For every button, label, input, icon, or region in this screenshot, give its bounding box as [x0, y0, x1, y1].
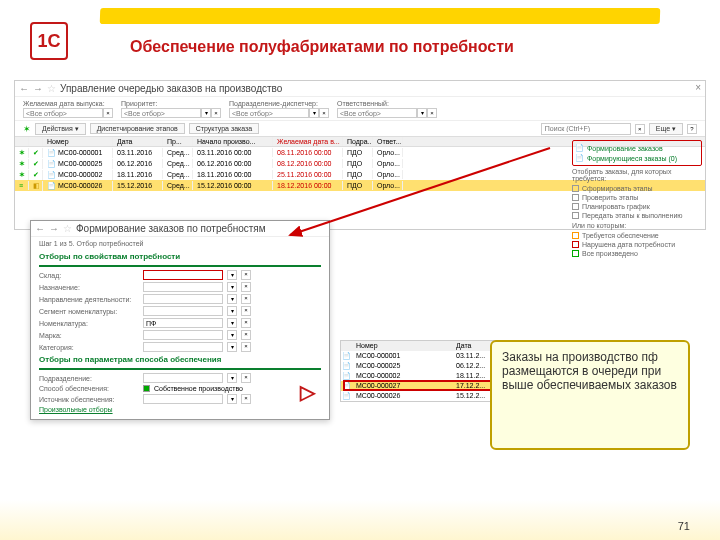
filter-label: Ответственный:: [337, 100, 437, 107]
col-resp[interactable]: Ответ...: [373, 137, 403, 146]
structure-button[interactable]: Структура заказа: [189, 123, 259, 134]
col-number[interactable]: Номер: [43, 137, 113, 146]
checkbox-icon[interactable]: [572, 194, 579, 201]
doc-icon: ✔: [33, 171, 39, 178]
field-input[interactable]: [143, 294, 223, 304]
filter-label: Подразделение-диспетчер:: [229, 100, 329, 107]
side-forming-orders[interactable]: 📄Формирующиеся заказы (0): [575, 153, 699, 163]
filter-dept-input[interactable]: [229, 108, 309, 118]
toolbar-icon[interactable]: ✶: [23, 124, 31, 134]
filter-date-input[interactable]: [23, 108, 103, 118]
dialog-step: Шаг 1 из 5. Отбор потребностей: [31, 237, 329, 250]
clear-btn[interactable]: ×: [241, 330, 251, 340]
logo: 1С: [30, 22, 80, 66]
side-header: Или по которым:: [572, 222, 702, 229]
dd-btn[interactable]: ▾: [227, 330, 237, 340]
field-input[interactable]: [143, 342, 223, 352]
help-button[interactable]: ?: [687, 124, 697, 134]
checkbox-icon[interactable]: [572, 241, 579, 248]
dd-btn[interactable]: ▾: [227, 394, 237, 404]
side-form-orders[interactable]: 📄Формирование заказов: [575, 143, 699, 153]
nav-fwd-icon[interactable]: →: [49, 223, 59, 234]
doc-icon: 📄: [47, 182, 56, 189]
close-icon[interactable]: ×: [695, 82, 701, 93]
checkbox-icon[interactable]: [572, 212, 579, 219]
footer: [0, 500, 720, 540]
col-priority[interactable]: Пр...: [163, 137, 193, 146]
filter-priority-input[interactable]: [121, 108, 201, 118]
col-start[interactable]: Начало произво...: [193, 137, 273, 146]
dd-btn[interactable]: ▾: [227, 294, 237, 304]
col-want[interactable]: Желаемая дата в...: [273, 137, 343, 146]
dd-btn[interactable]: ▾: [227, 373, 237, 383]
field-label: Марка:: [39, 332, 139, 339]
dialog-section: Отборы по параметрам способа обеспечения: [31, 353, 329, 366]
side-checkbox-item[interactable]: Передать этапы к выполнению: [572, 211, 702, 220]
field-label: Сегмент номенклатуры:: [39, 308, 139, 315]
clear-btn[interactable]: ×: [241, 342, 251, 352]
checkbox-icon[interactable]: [572, 185, 579, 192]
field-input[interactable]: [143, 270, 223, 280]
dd-btn[interactable]: ▾: [227, 342, 237, 352]
clear-btn[interactable]: ×: [241, 394, 251, 404]
side-checkbox-item[interactable]: Планировать график: [572, 202, 702, 211]
nav-back-icon[interactable]: ←: [19, 83, 29, 94]
star-icon[interactable]: ☆: [63, 223, 72, 234]
checkbox-icon[interactable]: [572, 203, 579, 210]
dd-btn[interactable]: ▾: [227, 282, 237, 292]
dialog-section: Отборы по свойствам потребности: [31, 250, 329, 263]
side-checkbox-item[interactable]: Нарушена дата потребности: [572, 240, 702, 249]
doc-icon: 📄: [47, 160, 56, 167]
checkbox-icon[interactable]: [572, 250, 579, 257]
side-checkbox-item[interactable]: Проверить этапы: [572, 193, 702, 202]
clear-btn[interactable]: ×: [241, 373, 251, 383]
clear-btn[interactable]: ×: [241, 318, 251, 328]
filter-dd-btn[interactable]: ▾: [417, 108, 427, 118]
side-checkbox-item[interactable]: Сформировать этапы: [572, 184, 702, 193]
field-input[interactable]: [143, 282, 223, 292]
field-input[interactable]: [143, 306, 223, 316]
nav-back-icon[interactable]: ←: [35, 223, 45, 234]
dispatch-button[interactable]: Диспетчирование этапов: [90, 123, 185, 134]
actions-button[interactable]: Действия ▾: [35, 123, 86, 135]
nav-fwd-icon[interactable]: →: [33, 83, 43, 94]
dd-btn[interactable]: ▾: [227, 306, 237, 316]
field-label: Подразделение:: [39, 375, 139, 382]
field-input[interactable]: [143, 394, 223, 404]
col-dept[interactable]: Подра...: [343, 137, 373, 146]
filter-dd-btn[interactable]: ▾: [309, 108, 319, 118]
more-button[interactable]: Еще ▾: [649, 123, 683, 135]
page-number: 71: [678, 520, 690, 532]
clear-btn[interactable]: ×: [241, 270, 251, 280]
star-icon[interactable]: ☆: [47, 83, 56, 94]
col-date[interactable]: Дата: [113, 137, 163, 146]
field-input[interactable]: [143, 318, 223, 328]
field-label: Назначение:: [39, 284, 139, 291]
side-checkbox-item[interactable]: Требуется обеспечение: [572, 231, 702, 240]
checkbox-icon[interactable]: [143, 385, 150, 392]
clear-btn[interactable]: ×: [241, 282, 251, 292]
filter-clear-btn[interactable]: ×: [427, 108, 437, 118]
filter-clear-btn[interactable]: ×: [211, 108, 221, 118]
search-input[interactable]: [541, 123, 631, 135]
field-input[interactable]: [143, 373, 223, 383]
search-btn[interactable]: ×: [635, 124, 645, 134]
window-title: Управление очередью заказов на производс…: [60, 83, 282, 94]
checkbox-label: Собственное производство: [154, 385, 243, 392]
filter-clear-btn[interactable]: ×: [319, 108, 329, 118]
dialog-title: Формирование заказов по потребностям: [76, 223, 266, 234]
custom-filters-link[interactable]: Произвольные отборы: [39, 406, 113, 413]
dd-btn[interactable]: ▾: [227, 318, 237, 328]
side-panel: 📄Формирование заказов 📄Формирующиеся зак…: [572, 140, 702, 258]
field-input[interactable]: [143, 330, 223, 340]
side-checkbox-item[interactable]: Все произведено: [572, 249, 702, 258]
mini-col-num[interactable]: Номер: [353, 341, 453, 351]
filter-clear-btn[interactable]: ×: [103, 108, 113, 118]
callout-box: Заказы на производство пф размещаются в …: [490, 340, 690, 450]
filter-dd-btn[interactable]: ▾: [201, 108, 211, 118]
clear-btn[interactable]: ×: [241, 306, 251, 316]
filter-resp-input[interactable]: [337, 108, 417, 118]
checkbox-icon[interactable]: [572, 232, 579, 239]
clear-btn[interactable]: ×: [241, 294, 251, 304]
dd-btn[interactable]: ▾: [227, 270, 237, 280]
